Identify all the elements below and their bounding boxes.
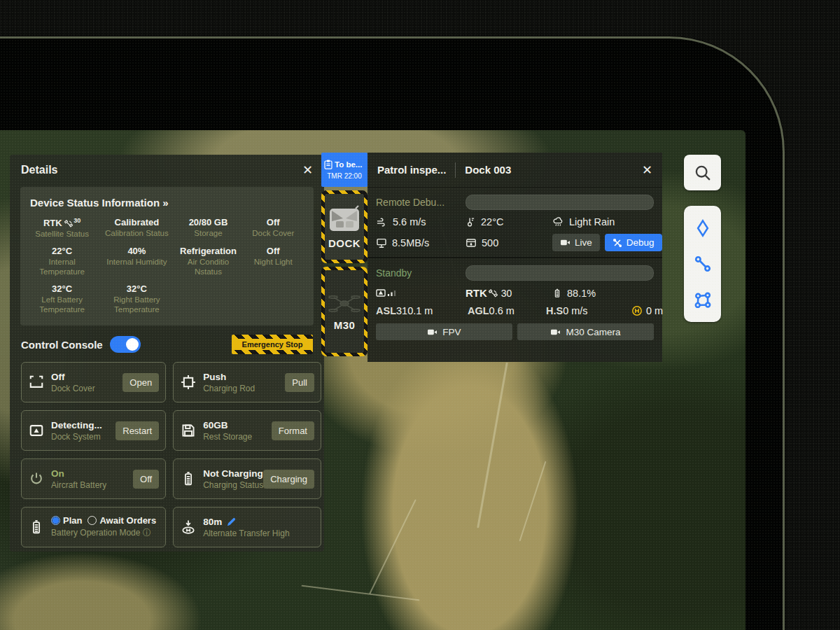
temperature-stat: 22°C — [465, 216, 552, 227]
status-cell-left-battery: 32°C Left Battery Temperature — [29, 284, 95, 315]
clipboard-icon — [324, 160, 332, 169]
m30-camera-button[interactable]: M30 Camera — [517, 323, 654, 340]
device-status-section: Device Status Information » RTK 30 Satel… — [20, 187, 314, 326]
satellite-icon — [64, 219, 74, 228]
remote-debug-slider[interactable] — [465, 195, 654, 210]
info-icon[interactable]: ⓘ — [143, 528, 151, 538]
control-card-battery-mode: Plan Await Orders Battery Operation Mode… — [21, 507, 166, 547]
task-tab-time: TMR 22:00 — [324, 172, 365, 180]
map-road — [369, 499, 416, 594]
control-cards-grid: Off Dock Cover Open Push Charging Rod Pu… — [21, 362, 313, 547]
drone-battery-stat: 88.1% — [552, 288, 654, 299]
map-tools-panel — [684, 206, 721, 322]
dock-system-restart-button[interactable]: Restart — [115, 421, 159, 440]
device-panel: Patrol inspe... Dock 003 ✕ Remote Debu..… — [368, 153, 662, 362]
device-status-grid: RTK 30 Satellite Status Calibrated Calib… — [29, 217, 305, 314]
map-road — [477, 363, 508, 528]
control-card-transfer-height: 80m Alternate Transfer High — [173, 507, 321, 547]
details-close-icon[interactable]: ✕ — [302, 164, 313, 176]
device-panel-header: Patrol inspe... Dock 003 ✕ — [368, 153, 662, 188]
home-distance-metric: 0 m — [631, 305, 663, 316]
polyline-tool[interactable] — [689, 250, 717, 278]
control-card-dock-system: Detecting... Dock System Restart — [21, 410, 166, 451]
status-cell-calibration: Calibrated Calibration Status — [98, 217, 175, 239]
task-tab[interactable]: To be... TMR 22:00 — [321, 153, 368, 187]
dock-status-section: Remote Debu... 5.6 m/s 22°C — [368, 188, 662, 257]
details-title: Details — [21, 164, 57, 176]
hs-metric: H.S0 m/s — [546, 305, 631, 316]
fpv-button[interactable]: FPV — [376, 323, 512, 340]
status-cell-night-light: Off Night Light — [241, 246, 305, 277]
tab-dock-label: DOCK — [328, 237, 360, 249]
status-cell-dock-cover: Off Dock Cover — [241, 217, 305, 239]
drone-action-slider[interactable] — [465, 265, 654, 281]
emergency-stop-button[interactable]: Emergency Stop — [232, 335, 313, 354]
dock-status-label: Remote Debu... — [376, 197, 458, 208]
map-search-button[interactable] — [684, 155, 721, 190]
weather-stat: Light Rain — [552, 216, 662, 227]
charging-status-charging-button[interactable]: Charging — [263, 470, 314, 489]
battery-icon — [552, 288, 562, 299]
battery-icon — [28, 519, 45, 535]
dock-image — [328, 204, 361, 234]
tab-m30[interactable]: M30 — [321, 267, 368, 356]
thermometer-icon — [465, 216, 476, 227]
asl-metric: ASL310.1 m — [376, 305, 468, 316]
diamond-marker-tool[interactable] — [689, 214, 717, 242]
control-console-title: Control Console — [21, 339, 103, 351]
control-card-dock-cover: Off Dock Cover Open — [21, 362, 166, 402]
control-console-toggle[interactable] — [110, 336, 141, 353]
map-road — [519, 461, 547, 542]
radio-plan[interactable] — [51, 516, 60, 525]
details-panel: Details ✕ Device Status Information » RT… — [10, 155, 324, 552]
aircraft-battery-off-button[interactable]: Off — [133, 470, 159, 489]
dock-cover-icon — [28, 374, 45, 390]
device-panel-close-icon[interactable]: ✕ — [642, 164, 652, 176]
tab-dock[interactable]: DOCK — [321, 190, 368, 263]
transfer-height-icon — [180, 519, 197, 535]
search-icon — [694, 164, 712, 182]
task-title: Patrol inspe... — [377, 164, 446, 176]
live-button[interactable]: Live — [552, 234, 600, 251]
device-tabs-column: To be... TMR 22:00 DOCK — [321, 153, 368, 356]
control-console-header: Control Console Emergency Stop — [21, 334, 313, 355]
control-card-charging-rod: Push Charging Rod Pull — [173, 362, 321, 402]
tools-icon — [612, 238, 622, 248]
status-cell-internal-temp: 22°C Internal Temperature — [29, 246, 95, 277]
edit-pencil-icon[interactable] — [226, 517, 237, 527]
status-cell-right-battery: 32°C Right Battery Temperature — [98, 284, 175, 315]
header-divider — [455, 162, 456, 178]
tab-m30-label: M30 — [334, 319, 356, 331]
media-count-stat: 500 — [465, 237, 552, 248]
dock-system-icon — [28, 423, 45, 438]
dock-signal-icon — [376, 288, 397, 299]
rest-storage-icon — [180, 423, 197, 438]
media-storage-icon — [465, 237, 477, 248]
radio-await-orders[interactable] — [88, 516, 97, 525]
polygon-tool[interactable] — [689, 286, 717, 314]
wind-icon — [376, 217, 388, 227]
hazard-stripe — [232, 350, 313, 354]
drone-status-label: Standby — [376, 267, 458, 279]
video-camera-icon — [427, 328, 438, 337]
details-header: Details ✕ — [10, 155, 324, 186]
app-screen: Details ✕ Device Status Information » RT… — [0, 130, 746, 630]
rtk-stat: RTK 30 — [465, 287, 552, 299]
control-card-charging-status: Not Charging Charging Status Charging — [173, 458, 321, 499]
debug-button[interactable]: Debug — [605, 234, 662, 251]
home-point-icon — [631, 305, 643, 316]
bandwidth-stat: 8.5MB/s — [376, 237, 465, 248]
video-camera-icon — [550, 328, 561, 337]
satellite-icon — [489, 288, 498, 298]
status-cell-storage: 20/80 GB Storage — [178, 217, 239, 239]
charging-status-icon — [180, 471, 197, 486]
drone-status-section: Standby RTK 30 — [368, 258, 662, 346]
dock-cover-open-button[interactable]: Open — [122, 373, 159, 392]
power-icon — [28, 471, 45, 486]
network-icon — [376, 237, 387, 248]
map-road — [302, 585, 420, 601]
device-status-title[interactable]: Device Status Information » — [30, 197, 305, 209]
rest-storage-format-button[interactable]: Format — [272, 421, 314, 440]
status-cell-satellite: RTK 30 Satellite Status — [29, 217, 95, 239]
charging-rod-pull-button[interactable]: Pull — [285, 373, 314, 392]
